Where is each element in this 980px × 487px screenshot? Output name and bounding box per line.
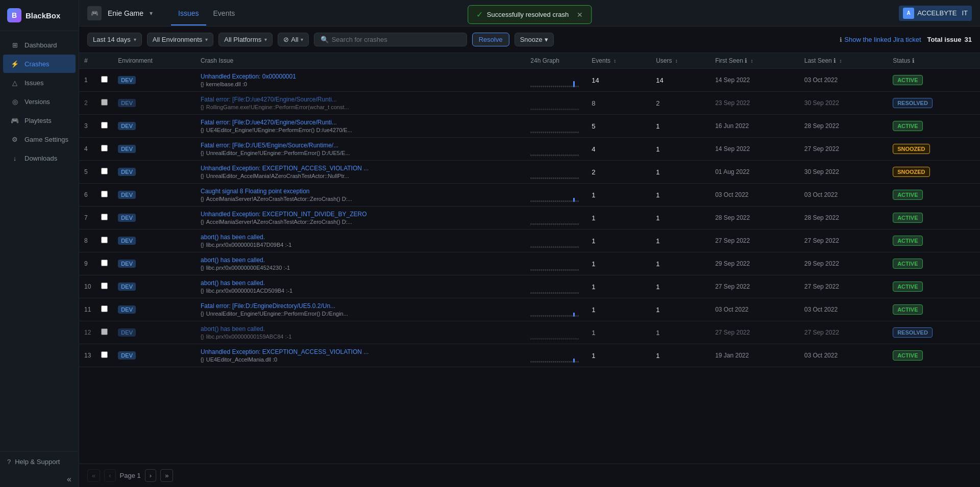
crashes-icon: ⚡: [10, 59, 19, 68]
row-checkbox[interactable]: [101, 191, 108, 197]
row-status: ACTIVE: [888, 298, 980, 321]
graph-bar: [577, 361, 579, 363]
sidebar-item-label: Downloads: [24, 155, 57, 162]
users-count-value: 1: [656, 352, 659, 360]
row-checkbox[interactable]: [101, 328, 108, 335]
row-events: 1: [586, 229, 651, 252]
sidebar-item-playtests[interactable]: 🎮 Playtests: [3, 111, 76, 130]
col-first-seen[interactable]: First Seen ℹ ↕: [710, 53, 799, 69]
crash-title-link[interactable]: Caught signal 8 Floating point exception: [201, 188, 379, 195]
mini-graph: [530, 188, 581, 202]
graph-bar: [547, 177, 548, 179]
game-chevron-icon[interactable]: ▾: [150, 10, 153, 17]
pagination-last-button[interactable]: »: [160, 469, 173, 482]
row-checkbox-cell: [96, 92, 113, 115]
crash-title-link[interactable]: Fatal error: [File:D:/ue4270/Engine/Sour…: [201, 96, 379, 103]
crash-title-link[interactable]: Fatal error: [File:D:/ue4270/Engine/Sour…: [201, 119, 379, 126]
row-env: DEV: [113, 92, 195, 115]
crash-title-link[interactable]: Fatal error: [File:D:/UE5/Engine/Source/…: [201, 142, 379, 149]
crash-title-link[interactable]: abort() has been called.: [201, 279, 379, 287]
snooze-chevron-icon: ▾: [545, 36, 548, 43]
row-checkbox[interactable]: [101, 305, 108, 312]
row-checkbox[interactable]: [101, 168, 108, 174]
pagination-next-button[interactable]: ›: [145, 469, 156, 482]
snooze-button[interactable]: Snooze ▾: [514, 33, 554, 46]
sidebar-item-dashboard[interactable]: ⊞ Dashboard: [3, 36, 76, 54]
sidebar-item-label: Issues: [24, 79, 44, 87]
graph-bar: [567, 200, 569, 202]
row-checkbox[interactable]: [101, 76, 108, 83]
graph-bar: [547, 132, 548, 133]
graph-bar: [534, 269, 536, 271]
sidebar-item-versions[interactable]: ◎ Versions: [3, 92, 76, 111]
graph-bar: [565, 292, 567, 294]
users-count-value: 1: [656, 191, 659, 199]
crash-title-link[interactable]: Unhandled Exception: EXCEPTION_INT_DIVID…: [201, 211, 379, 218]
tab-events[interactable]: Events: [206, 1, 242, 25]
crash-title-link[interactable]: Unhandled Exception: EXCEPTION_ACCESS_VI…: [201, 165, 379, 172]
events-count-value: 1: [592, 237, 595, 245]
col-users[interactable]: Users ↕: [651, 53, 710, 69]
row-checkbox[interactable]: [101, 145, 108, 151]
row-first-seen: 14 Sep 2022: [710, 138, 799, 161]
row-checkbox[interactable]: [101, 122, 108, 129]
pagination-prev-button[interactable]: ‹: [104, 469, 115, 482]
crash-title-link[interactable]: abort() has been called.: [201, 234, 379, 241]
row-checkbox[interactable]: [101, 260, 108, 266]
search-box[interactable]: 🔍: [314, 33, 467, 46]
crash-title-link[interactable]: Unhandled Exception: EXCEPTION_ACCESS_VI…: [201, 348, 379, 355]
row-crash-issue: Fatal error: [File:D:/ue4270/Engine/Sour…: [195, 92, 525, 115]
toolbar: Last 14 days ▾ All Environments ▾ All Pl…: [79, 27, 980, 53]
row-crash-issue: Caught signal 8 Floating point exception…: [195, 184, 525, 207]
collapse-button[interactable]: «: [67, 475, 71, 484]
graph-bar: [561, 155, 562, 156]
crash-sub-text: kernelbase.dll :0: [206, 81, 247, 87]
crash-title-link[interactable]: Unhandled Exception: 0x00000001: [201, 73, 379, 80]
graph-bar: [555, 200, 556, 202]
time-filter-button[interactable]: Last 14 days ▾: [87, 33, 142, 46]
toast-notification: ✓ Successfully resolved crash ✕: [468, 5, 592, 24]
search-input[interactable]: [332, 36, 434, 43]
events-count-value: 4: [592, 145, 595, 153]
row-checkbox[interactable]: [101, 237, 108, 243]
pagination-first-button[interactable]: «: [87, 469, 100, 482]
graph-bar: [577, 86, 579, 87]
graph-bar: [532, 109, 534, 110]
row-graph: [525, 115, 586, 138]
sidebar-item-downloads[interactable]: ↓ Downloads: [3, 149, 76, 167]
col-last-seen[interactable]: Last Seen ℹ ↕: [799, 53, 888, 69]
sidebar-item-game-settings[interactable]: ⚙ Game Settings: [3, 130, 76, 148]
row-graph: [525, 321, 586, 344]
crash-title-link[interactable]: abort() has been called.: [201, 257, 379, 264]
help-support[interactable]: ? Help & Support: [7, 458, 71, 466]
graph-bar: [553, 361, 554, 363]
graph-bar: [545, 86, 546, 87]
platform-filter-button[interactable]: All Platforms ▾: [218, 33, 273, 46]
graph-bar: [553, 155, 554, 156]
row-checkbox[interactable]: [101, 214, 108, 220]
status-badge: SNOOZED: [893, 144, 929, 154]
graph-bar: [547, 269, 548, 271]
graph-bar: [567, 269, 569, 271]
all-filter-button[interactable]: ⊘ All ▾: [278, 33, 308, 46]
sidebar-item-issues[interactable]: △ Issues: [3, 73, 76, 92]
tab-issues[interactable]: Issues: [171, 1, 206, 25]
resolve-button[interactable]: Resolve: [472, 33, 509, 46]
sidebar-item-crashes[interactable]: ⚡ Crashes: [3, 55, 76, 73]
toast-close-button[interactable]: ✕: [577, 11, 583, 19]
graph-bar: [530, 86, 532, 87]
row-checkbox[interactable]: [101, 283, 108, 289]
graph-bar: [555, 132, 556, 133]
graph-bar: [555, 177, 556, 179]
graph-bar: [563, 269, 565, 271]
col-events[interactable]: Events ↕: [586, 53, 651, 69]
platform-filter-chevron-icon: ▾: [264, 37, 267, 42]
code-block-icon: {}: [201, 288, 204, 294]
crash-title-link[interactable]: Fatal error: [File:D:/EngineDirectory/UE…: [201, 302, 379, 310]
env-filter-button[interactable]: All Environments ▾: [147, 33, 214, 46]
jira-link[interactable]: ℹ Show the linked Jira ticket: [840, 36, 921, 43]
pagination: « ‹ Page 1 › »: [79, 464, 980, 487]
row-checkbox[interactable]: [101, 351, 108, 358]
row-checkbox[interactable]: [101, 99, 108, 106]
crash-title-link[interactable]: abort() has been called.: [201, 325, 379, 332]
